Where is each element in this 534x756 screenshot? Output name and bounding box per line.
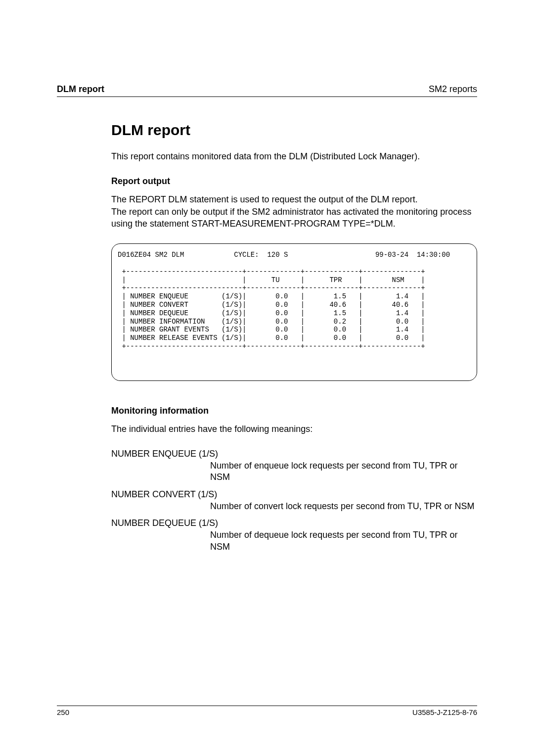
definition-body: Number of dequeue lock requests per seco… <box>210 529 477 553</box>
page-title: DLM report <box>111 122 477 139</box>
intro-paragraph: This report contains monitored data from… <box>111 150 477 162</box>
page-number: 250 <box>57 708 69 716</box>
page: DLM report SM2 reports DLM report This r… <box>0 0 534 756</box>
monitoring-lead: The individual entries have the followin… <box>111 423 477 435</box>
definition-term: NUMBER DEQUEUE (1/S) <box>111 518 477 528</box>
report-output-body: The REPORT DLM statement is used to requ… <box>111 193 477 230</box>
report-output-heading: Report output <box>111 176 477 187</box>
monitoring-heading: Monitoring information <box>111 406 477 416</box>
definition-term: NUMBER ENQUEUE (1/S) <box>111 449 477 459</box>
header-left: DLM report <box>57 84 104 94</box>
report-sample-block: D016ZE04 SM2 DLM CYCLE: 120 S 99-03-24 1… <box>111 243 477 381</box>
doc-id: U3585-J-Z125-8-76 <box>412 708 477 716</box>
header-right: SM2 reports <box>429 84 477 94</box>
footer: 250 U3585-J-Z125-8-76 <box>57 706 477 716</box>
running-header: DLM report SM2 reports <box>57 84 477 97</box>
definitions-list: NUMBER ENQUEUE (1/S)Number of enqueue lo… <box>111 449 477 553</box>
definition-body: Number of enqueue lock requests per seco… <box>210 460 477 483</box>
definition-term: NUMBER CONVERT (1/S) <box>111 489 477 500</box>
definition-body: Number of convert lock requests per seco… <box>210 501 477 512</box>
content-area: DLM report This report contains monitore… <box>111 122 477 553</box>
